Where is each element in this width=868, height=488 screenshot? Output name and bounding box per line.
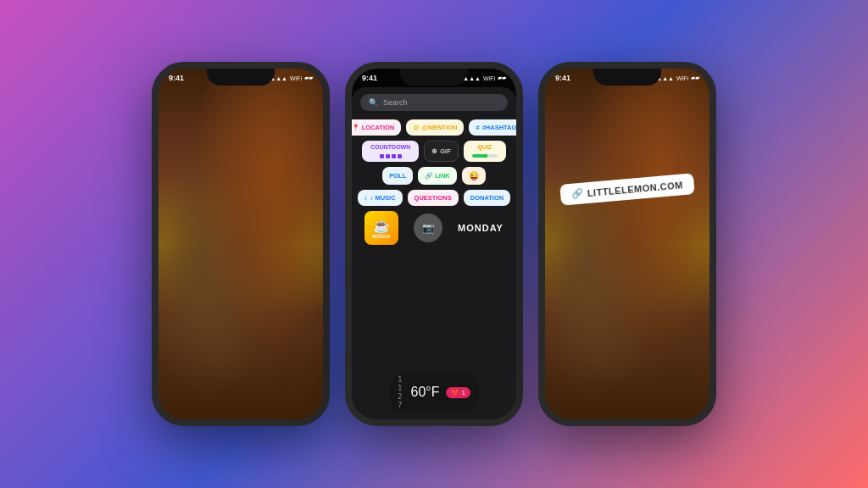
battery-icon-right: ▰▰ <box>691 75 699 81</box>
signal-icon: ▲▲▲ <box>270 75 287 81</box>
right-phone: 9:41 ▲▲▲ WiFi ▰▰ ✕ ⬇ ✦ 😊 🔇 Aa 🔗 LITTLELE… <box>538 62 716 426</box>
gif-icon: ⊕ <box>431 147 437 155</box>
quiz-label: QUIZ <box>477 144 492 150</box>
middle-phone: 9:41 ▲▲▲ WiFi ▰▰ 🔍 Search 📍 LOCATION <box>345 62 523 426</box>
countdown-label: COUNTDOWN <box>370 144 410 150</box>
dot-4 <box>398 154 402 158</box>
status-time-right: 9:41 <box>555 74 570 82</box>
music-sticker[interactable]: ♪ ♪ MUSIC <box>358 190 403 206</box>
countdown-dots <box>380 154 402 158</box>
link-sticker-btn[interactable]: 🔗 LINK <box>418 167 457 185</box>
dot-3 <box>392 154 396 158</box>
location-sticker[interactable]: 📍 LOCATION <box>352 119 401 136</box>
status-time: 9:41 <box>169 74 184 82</box>
heart-notification: ❤️ 1 <box>446 387 470 398</box>
sticker-row-4: ♪ ♪ MUSIC QUESTIONS DONATION <box>360 190 508 206</box>
sticker-bottom-row: ☕ MONDAY 📷 MONDAY <box>360 211 508 245</box>
sticker-row-2: COUNTDOWN ⊕ GIF QUIZ <box>360 141 508 162</box>
status-icons: ▲▲▲ WiFi ▰▰ <box>270 75 313 81</box>
sticker-search-bar[interactable]: 🔍 Search <box>360 94 508 111</box>
status-bar-mid: 9:41 ▲▲▲ WiFi ▰▰ <box>352 69 516 84</box>
sticker-row-1: 📍 LOCATION @ @MENTION # #HASHTAG <box>360 119 508 136</box>
heart-icon: ❤️ <box>451 389 459 396</box>
status-bar: 9:41 ▲▲▲ WiFi ▰▰ <box>159 69 323 84</box>
link-sticker-icon: 🔗 <box>571 188 585 200</box>
location-icon: 📍 <box>352 124 359 131</box>
search-placeholder: Search <box>383 98 408 107</box>
signal-icon-mid: ▲▲▲ <box>463 75 481 81</box>
notification-numbers: 1 1 2 7 <box>398 375 403 409</box>
hashtag-icon: # <box>476 124 479 131</box>
questions-sticker[interactable]: QUESTIONS <box>408 190 459 206</box>
status-icons-right: ▲▲▲ WiFi ▰▰ <box>656 75 699 81</box>
countdown-sticker[interactable]: COUNTDOWN <box>362 141 419 162</box>
hashtag-sticker[interactable]: # #HASHTAG <box>469 119 516 136</box>
notification-pill: 1 1 2 7 60°F ❤️ 1 <box>389 372 479 413</box>
status-time-mid: 9:41 <box>362 74 377 82</box>
heart-count: 1 <box>461 389 465 396</box>
donation-sticker[interactable]: DONATION <box>464 190 510 206</box>
sticker-row-3: POLL 🔗 LINK 😜 <box>360 167 508 185</box>
link-sticker-text: LITTLELEMON.COM <box>587 180 683 198</box>
battery-icon: ▰▰ <box>304 75 313 81</box>
quiz-bar <box>472 154 498 158</box>
left-phone: 9:41 ▲▲▲ WiFi ▰▰ ✕ ⬇ ✦ 😊 🔇 Aa You <box>152 62 330 426</box>
signal-icon-right: ▲▲▲ <box>656 75 674 81</box>
day-label: MONDAY <box>458 223 504 233</box>
notification-temp: 60°F <box>411 385 440 400</box>
mention-icon: @ <box>413 124 419 131</box>
search-icon: 🔍 <box>369 98 378 107</box>
dot-2 <box>386 154 390 158</box>
gif-sticker[interactable]: ⊕ GIF <box>424 141 459 162</box>
quiz-sticker[interactable]: QUIZ <box>464 141 506 162</box>
monday-sticker[interactable]: ☕ MONDAY <box>364 211 398 245</box>
poll-sticker[interactable]: POLL <box>382 167 413 185</box>
wifi-icon-mid: WiFi <box>483 75 495 81</box>
status-icons-mid: ▲▲▲ WiFi ▰▰ <box>463 75 506 81</box>
food-background <box>159 69 323 419</box>
sticker-tray: 🔍 Search 📍 LOCATION @ @MENTION # #HASHTA… <box>352 87 516 419</box>
dot-1 <box>380 154 384 158</box>
wifi-icon-right: WiFi <box>676 75 688 81</box>
link-chain-icon: 🔗 <box>425 172 432 180</box>
camera-button[interactable]: 📷 <box>414 214 442 242</box>
food-background-right <box>545 69 709 419</box>
mention-sticker[interactable]: @ @MENTION <box>406 119 464 136</box>
camera-icon: 📷 <box>422 222 435 234</box>
wifi-icon: WiFi <box>290 75 302 81</box>
battery-icon-mid: ▰▰ <box>498 75 506 81</box>
music-icon: ♪ <box>364 194 368 202</box>
status-bar-right: 9:41 ▲▲▲ WiFi ▰▰ <box>545 69 709 84</box>
emoji-sticker[interactable]: 😜 <box>462 167 486 185</box>
